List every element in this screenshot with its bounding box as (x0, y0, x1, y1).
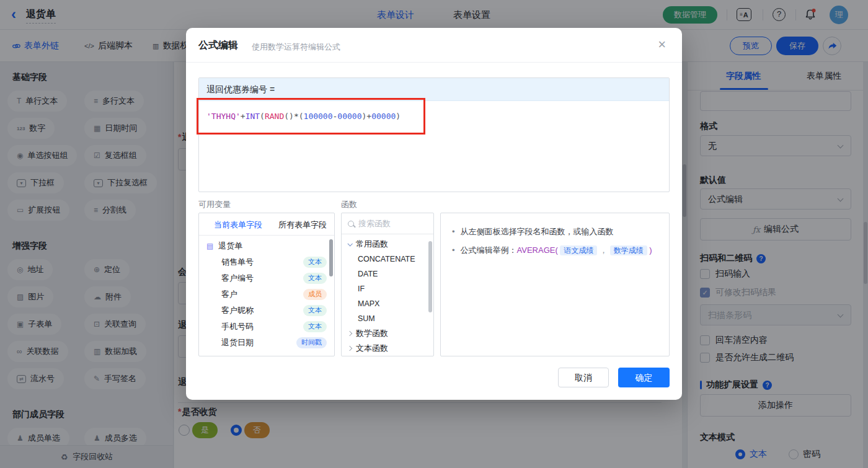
function-item[interactable]: DATE (342, 267, 433, 281)
formula-target-field: 退回优惠券编号 = (199, 78, 669, 101)
function-item[interactable]: MAPX (342, 296, 433, 311)
functions-panel: 常用函数 CONCATENATE DATE IF MAPX SUM 数学函数 文… (341, 213, 434, 356)
chevron-down-icon (347, 241, 352, 246)
variables-panel-label: 可用变量 (198, 199, 231, 210)
variable-item[interactable]: 客户编号文本 (199, 270, 334, 286)
function-item[interactable]: CONCATENATE (342, 252, 433, 267)
app-window: ‹ 退货单 表单设计 表单设置 数据管理 A ? 理 表单外链 </> 后端脚本… (0, 0, 868, 468)
variable-item[interactable]: 客户昵称文本 (199, 302, 334, 319)
functions-scrollbar-thumb[interactable] (428, 241, 432, 312)
close-icon[interactable]: × (658, 37, 666, 53)
function-item[interactable]: SUM (342, 311, 433, 326)
variables-panel: 当前表单字段 所有表单字段 ▤退货单 销售单号文本 客户编号文本 客户成员 客户… (198, 213, 335, 356)
chevron-right-icon (347, 346, 352, 351)
variable-item[interactable]: 客户成员 (199, 286, 334, 302)
formula-help-panel: •从左侧面板选择字段名和函数，或输入函数 •公式编辑举例：AVERAGE( 语文… (440, 213, 670, 356)
function-search-input[interactable] (358, 219, 420, 228)
modal-title: 公式编辑 (198, 39, 238, 52)
example-field-chip: 数学成绩 (610, 245, 647, 255)
tab-current-form-fields[interactable]: 当前表单字段 (214, 219, 262, 231)
variable-item[interactable]: 销售单号文本 (199, 254, 334, 270)
function-group-math[interactable]: 数学函数 (342, 326, 433, 341)
help-line-2: •公式编辑举例：AVERAGE( 语文成绩 ， 数学成绩 ) (452, 244, 658, 257)
functions-panel-label: 函数 (341, 199, 357, 210)
function-group-text[interactable]: 文本函数 (342, 341, 433, 356)
modal-subtitle: 使用数学运算符编辑公式 (252, 42, 340, 53)
type-badge: 文本 (303, 321, 327, 332)
type-badge: 成员 (303, 289, 327, 299)
form-doc-icon: ▤ (206, 242, 213, 250)
type-badge: 文本 (303, 273, 327, 283)
type-badge: 时间戳 (296, 337, 327, 348)
example-field-chip: 语文成绩 (560, 245, 597, 255)
function-search-box[interactable] (342, 213, 433, 234)
variable-item[interactable]: 手机号码文本 (199, 319, 334, 335)
cancel-button[interactable]: 取消 (558, 368, 609, 387)
chevron-right-icon (347, 331, 352, 336)
variable-item[interactable]: 退货日期时间戳 (199, 335, 334, 351)
formula-editor-box: 退回优惠券编号 = 'THYHQ'+INT(RAND()*(100000-000… (198, 77, 670, 192)
example-function-open: AVERAGE( (517, 245, 558, 255)
confirm-button[interactable]: 确定 (618, 368, 670, 387)
variables-scrollbar-thumb[interactable] (329, 239, 333, 276)
variables-form-root[interactable]: ▤退货单 (199, 238, 334, 254)
formula-editor-modal: 公式编辑 使用数学运算符编辑公式 × 退回优惠券编号 = 'THYHQ'+INT… (186, 28, 682, 400)
functions-tree: 常用函数 CONCATENATE DATE IF MAPX SUM 数学函数 文… (342, 234, 433, 356)
type-badge: 文本 (303, 257, 327, 267)
modal-header-divider (186, 62, 682, 63)
function-item[interactable]: IF (342, 281, 433, 296)
search-icon (348, 221, 354, 227)
tab-all-form-fields[interactable]: 所有表单字段 (278, 219, 327, 231)
example-function-close: ) (649, 245, 652, 255)
type-badge: 文本 (303, 305, 327, 316)
help-line-1: •从左侧面板选择字段名和函数，或输入函数 (452, 226, 658, 238)
function-group-common[interactable]: 常用函数 (342, 237, 433, 252)
variables-tabs: 当前表单字段 所有表单字段 (199, 213, 334, 236)
formula-expression-input[interactable]: 'THYHQ'+INT(RAND()*(100000-00000)+00000) (199, 101, 669, 131)
variables-list: ▤退货单 销售单号文本 客户编号文本 客户成员 客户昵称文本 手机号码文本 退货… (199, 236, 334, 351)
